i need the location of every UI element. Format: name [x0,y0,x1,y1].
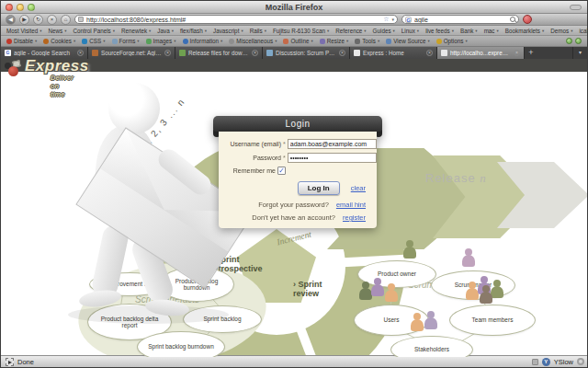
minimize-window-button[interactable] [17,4,24,11]
window-titlebar[interactable]: Mozilla Firefox [1,1,587,14]
bookmark-guides[interactable]: Guides▾ [373,28,395,34]
yslow-icon[interactable]: Y [542,358,550,366]
remember-me-checkbox[interactable]: ✓ [277,167,286,175]
home-button[interactable]: ⌂ [61,15,71,25]
bookmark-reference[interactable]: Reference▾ [335,28,366,34]
tab-google-search[interactable]: G agile - Google Search × [1,47,88,59]
chevron-down-icon: ▾ [275,39,277,43]
cookie-icon [43,39,49,44]
person-icon [480,285,492,305]
node-stakeholders[interactable]: Stakeholders [390,336,473,357]
tab-close-icon[interactable]: × [514,50,520,56]
webdev-forms[interactable]: Forms▾ [112,38,140,44]
bookmark-star-icon[interactable]: ☆ [383,16,389,23]
password-input[interactable] [288,153,377,163]
yslow-label[interactable]: YSlow [554,358,573,366]
disable-icon [6,39,12,44]
reload-button[interactable]: ↻ [33,15,43,25]
tab-favicon: G [5,50,11,56]
webdev-miscellaneous[interactable]: Miscellaneous▾ [229,38,277,44]
webdev-view-source[interactable]: View Source▾ [386,38,430,44]
tab-list-button[interactable]: ▾ [572,47,587,59]
webdev-outline[interactable]: Outline▾ [283,38,312,44]
username-input[interactable] [288,139,377,149]
zoom-window-button[interactable] [28,4,35,11]
webdev-resize[interactable]: Resize▾ [320,38,349,44]
theme-button[interactable] [523,15,532,24]
register-row: Don't yet have an account? register [226,213,366,222]
bookmark-rails[interactable]: Rails▾ [250,28,266,34]
person-icon [403,240,416,260]
new-tab-button[interactable]: + [525,47,537,59]
username-label: Username (email) [226,141,283,147]
bookmark-icals[interactable]: icals▾ [579,28,587,34]
tab-express-html-active[interactable]: http://localho...express.html# × [437,47,525,59]
bookmark-javascript[interactable]: Javascript▾ [213,28,243,34]
tab-close-icon[interactable]: × [339,50,345,56]
url-dropdown-icon[interactable]: ▾ [391,16,394,23]
chevron-down-icon: ▾ [265,29,266,33]
tab-close-icon[interactable]: × [164,50,171,56]
sprint-review-label[interactable]: › Sprint review [293,280,348,299]
firefox-window: Mozilla Firefox ◀ ▶ ↻ × ⌂ ☆ ▾ G Most Vis… [0,0,588,368]
selection-tool-icon[interactable] [6,358,14,366]
search-input[interactable] [414,16,507,23]
bookmark-bookmarklets[interactable]: Bookmarklets▾ [505,28,544,34]
chevron-down-icon: ▾ [417,29,419,33]
status-misc-icon[interactable] [532,359,538,365]
chevron-down-icon: ▾ [103,39,105,43]
webdev-cookies[interactable]: Cookies▾ [43,38,75,44]
url-input[interactable] [86,16,380,23]
bookmark-bank[interactable]: Bank▾ [460,28,478,34]
forward-button[interactable]: ▶ [19,15,29,25]
close-window-button[interactable] [6,4,13,11]
chevron-down-icon: ▾ [364,29,366,33]
webdev-options[interactable]: Options▾ [436,38,468,44]
node-team-members[interactable]: Team members [449,305,536,336]
release-label: Release n [425,171,487,186]
tab-express-home[interactable]: Express : Home × [350,47,437,59]
bookmark-live-feeds[interactable]: live feeds▾ [425,28,454,34]
url-bar[interactable]: ☆ ▾ [74,15,398,24]
stop-button[interactable]: × [47,15,57,25]
bookmark-control-panels[interactable]: Control Panels▾ [73,28,115,34]
webdev-disable[interactable]: Disable▾ [6,38,37,44]
webdev-information[interactable]: Information▾ [183,38,223,44]
tab-close-icon[interactable]: × [252,50,258,56]
email-hint-link[interactable]: email hint [336,201,366,209]
bookmark-linux[interactable]: Linux▾ [401,28,419,34]
chevron-down-icon: ▾ [346,39,348,43]
bookmark-java[interactable]: Java▾ [157,28,174,34]
tab-close-icon[interactable]: × [426,50,433,56]
search-icon[interactable] [510,17,515,22]
back-button[interactable]: ◀ [6,15,16,25]
register-link[interactable]: register [343,213,366,222]
tab-release-files[interactable]: Release files for download ... × [175,47,263,59]
bookmark-mac[interactable]: mac▾ [484,28,499,34]
javascript-ok-icon[interactable] [575,38,582,44]
tab-close-icon[interactable]: × [77,50,84,56]
webdev-css[interactable]: CSS▾ [82,38,105,44]
webdev-tools[interactable]: Tools▾ [355,38,379,44]
validation-ok-icon[interactable] [566,38,572,44]
tab-discussion[interactable]: Discussion: Scrum Practitio... × [263,47,350,59]
bookmark-flex-flash[interactable]: flex/flash▾ [180,28,207,34]
bookmark-renewtek[interactable]: Renewtek▾ [121,28,151,34]
clear-link[interactable]: clear [351,184,366,192]
search-bar[interactable]: G [401,15,519,24]
bookmark-demos[interactable]: Demos▾ [550,28,572,34]
bookmark-fujitsu[interactable]: Fujitsu R-6130 Scan▾ [273,28,329,34]
log-in-button[interactable]: Log In [298,181,340,195]
bookmark-news[interactable]: News▾ [48,28,66,34]
wrench-icon [355,39,360,44]
google-favicon[interactable]: G [405,17,412,23]
chevron-down-icon: ▾ [378,39,379,43]
tab-sourceforge[interactable]: SourceForge.net: Agile Expr... × [88,47,175,59]
chevron-down-icon: ▾ [497,29,499,33]
webdev-images[interactable]: Images▾ [146,38,176,44]
mascot-head [108,83,160,134]
webdev-toolbar: Disable▾ Cookies▾ CSS▾ Forms▾ Images▾ In… [1,36,587,47]
bookmark-most-visited[interactable]: Most Visited▾ [6,28,41,34]
toolbar-collapse-button[interactable] [570,5,582,10]
tab-favicon [92,50,98,56]
